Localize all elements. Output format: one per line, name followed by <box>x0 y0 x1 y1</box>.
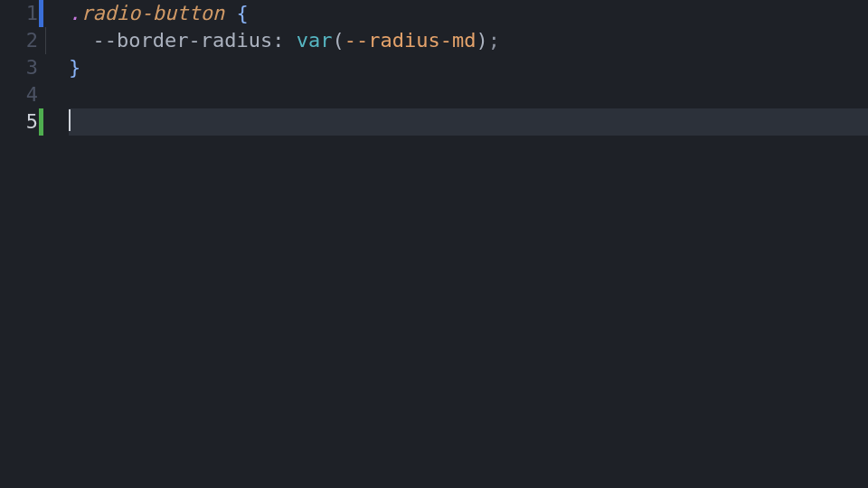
token-space <box>224 2 236 24</box>
code-line[interactable]: .radio-button { <box>69 0 868 27</box>
token-brace: } <box>69 56 80 79</box>
line-number: 3 <box>0 54 43 81</box>
code-editor[interactable]: 1 2 3 4 5 .radio-button { --border-radiu… <box>0 0 868 488</box>
code-line[interactable] <box>69 81 868 108</box>
token-paren: ) <box>476 29 487 52</box>
token-brace: { <box>236 2 248 24</box>
line-number-gutter: 1 2 3 4 5 <box>0 0 43 488</box>
code-line[interactable]: --border-radius: var(--radius-md); <box>69 27 868 54</box>
line-number: 4 <box>0 81 43 108</box>
token-colon: : <box>272 29 297 52</box>
token-semicolon: ; <box>488 29 500 52</box>
line-number-current: 5 <box>0 108 43 136</box>
line-number-text: 3 <box>26 56 38 79</box>
code-area[interactable]: .radio-button { --border-radius: var(--r… <box>43 0 868 488</box>
line-number-text: 1 <box>26 2 38 24</box>
token-selector: radio-button <box>80 2 224 24</box>
indent-guide <box>45 27 46 54</box>
token-indent <box>69 29 93 52</box>
code-line[interactable]: } <box>69 54 868 81</box>
token-punct: . <box>69 2 80 24</box>
token-argument: --radius-md <box>344 29 476 52</box>
code-line-active[interactable] <box>69 108 868 136</box>
line-number-text: 4 <box>26 83 38 106</box>
line-number: 1 <box>0 0 43 27</box>
text-cursor <box>69 109 71 131</box>
line-number: 2 <box>0 27 43 54</box>
line-number-text: 5 <box>26 110 38 133</box>
token-property: --border-radius <box>93 29 273 52</box>
line-number-text: 2 <box>26 29 38 52</box>
token-function: var <box>297 29 333 52</box>
token-paren: ( <box>332 29 344 52</box>
